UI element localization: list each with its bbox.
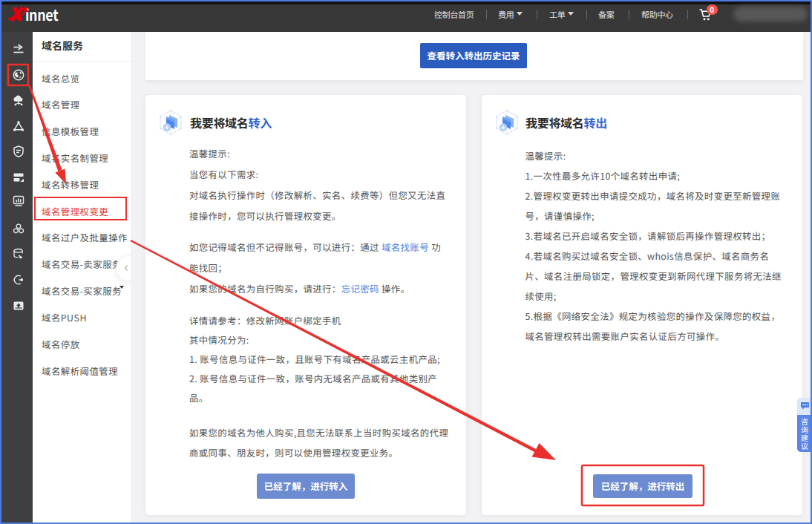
- svg-text:innet: innet: [25, 2, 59, 25]
